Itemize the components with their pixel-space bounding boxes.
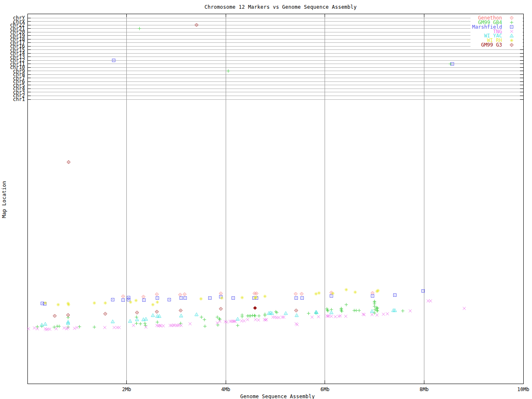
data-point [118,326,121,329]
x-tick-label: 8Mb [420,387,429,392]
data-point [265,318,268,321]
marker-dot [316,313,317,313]
data-point [218,317,221,320]
data-point [129,300,132,304]
data-point [66,322,70,325]
data-point [296,323,298,326]
marker-dot [180,310,181,311]
data-point [57,325,61,328]
data-point [203,325,207,328]
marker-dot [113,60,114,61]
data-point [357,309,361,312]
plot-border [27,14,523,384]
data-point [257,314,261,318]
data-point [310,316,313,319]
marker-dot [452,64,453,64]
data-point [52,325,56,329]
data-point [93,301,96,305]
data-point [314,292,318,296]
marker-dot [112,322,113,323]
data-point [326,315,329,318]
data-point [254,296,258,299]
data-point [134,299,138,302]
legend-label: GM99 G3 [481,42,502,48]
data-point [345,303,348,306]
data-point [156,320,159,324]
data-point [240,320,243,323]
data-point [355,309,358,312]
data-point [139,322,142,325]
marker-dot [296,298,297,298]
data-point [220,296,224,300]
marker-dot [233,298,234,298]
data-point [386,313,389,315]
data-point [307,312,310,315]
data-point [241,296,244,299]
y-axis-label: Map Location [1,181,7,218]
data-point [340,310,343,313]
data-point [66,316,70,319]
legend-marker-icon [511,17,512,18]
marker-dot [128,297,129,298]
data-point [344,315,347,318]
marker-dot [220,308,221,309]
data-point [44,301,47,305]
data-point [170,324,173,327]
marker-dot [237,319,238,320]
data-point [48,328,51,331]
data-point [375,309,379,312]
data-point [257,319,260,322]
marker-dot [54,315,55,316]
data-point [345,288,348,291]
data-point [216,315,219,319]
data-point [135,318,138,321]
data-point [33,327,36,330]
marker-dot [181,316,182,317]
data-point [277,316,280,319]
data-point [254,306,257,310]
data-point [449,62,452,66]
data-point [376,314,379,317]
marker-dot [196,25,197,25]
data-point [317,291,320,295]
marker-dot [296,310,297,311]
data-point [216,322,219,325]
data-point [145,326,148,329]
data-point [143,322,147,325]
data-point [138,27,141,30]
data-point [159,325,162,328]
data-point [128,320,132,323]
data-point [57,303,60,306]
data-point [73,327,76,330]
marker-dot [301,293,302,294]
y-tick-label: chr1 [13,96,25,102]
data-point [135,322,138,325]
marker-dot [105,313,106,314]
marker-dot [157,316,158,317]
data-point [253,314,256,317]
data-point [281,316,284,319]
marker-dot [286,313,286,314]
data-point [227,69,230,73]
marker-dot [42,303,43,304]
data-point [76,326,79,329]
data-point [103,326,106,329]
data-point [371,313,374,316]
data-point [203,318,206,321]
marker-dot [209,298,210,298]
data-point [334,315,337,318]
marker-dot [153,315,153,316]
x-tick-label: 4Mb [221,387,230,392]
marker-dot [42,325,42,326]
data-point [246,318,249,321]
data-point [132,324,135,327]
marker-dot [394,295,395,296]
data-point [180,314,183,318]
marker-dot [394,310,395,311]
marker-dot [68,315,69,315]
marker-dot [143,296,144,297]
marker-dot [130,321,131,322]
marker-dot [128,299,129,300]
data-point [180,324,182,327]
data-point [273,316,276,319]
